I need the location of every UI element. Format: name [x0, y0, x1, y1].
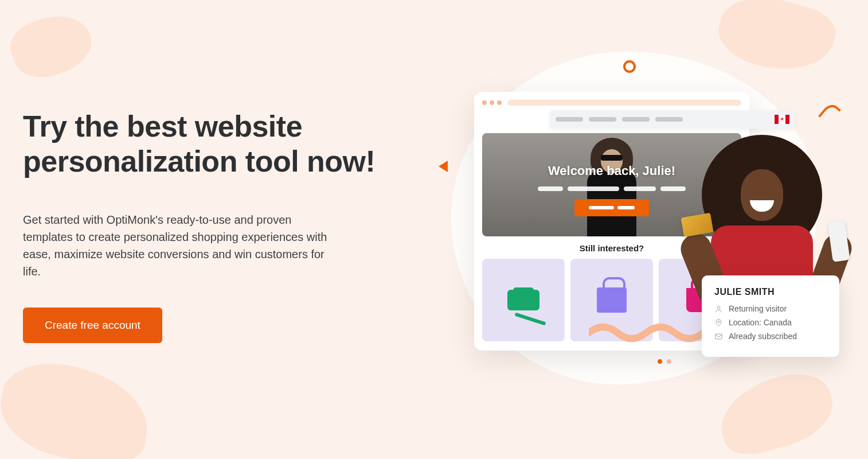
hero-copy: Try the best website personalization too…	[0, 0, 434, 459]
window-dots-icon	[482, 100, 502, 105]
nav-link-placeholder	[622, 117, 650, 122]
triangle-icon	[439, 161, 448, 172]
hero-section: Try the best website personalization too…	[0, 0, 868, 459]
carousel-dot-2[interactable]	[667, 359, 671, 364]
visitor-status-row: Returning visitor	[714, 304, 827, 313]
create-free-account-button[interactable]: Create free account	[23, 308, 162, 343]
carousel-dot-1[interactable]	[658, 359, 662, 364]
address-bar-placeholder	[507, 100, 741, 106]
visitor-subscribed-text: Already subscribed	[729, 332, 797, 341]
squiggle-icon	[818, 101, 841, 125]
envelope-icon	[714, 332, 723, 341]
bag-icon	[597, 287, 627, 313]
canada-flag-icon: ✶	[775, 115, 789, 124]
hero-headline: Try the best website personalization too…	[23, 109, 411, 180]
svg-point-1	[718, 321, 720, 322]
visitor-status-text: Returning visitor	[729, 304, 787, 313]
location-pin-icon	[714, 318, 723, 327]
hero-subhead: Get started with OptiMonk's ready-to-use…	[23, 211, 344, 280]
browser-chrome	[482, 100, 741, 106]
mock-hero-model	[574, 133, 649, 236]
bag-icon	[507, 290, 539, 310]
nav-link-placeholder	[655, 117, 683, 122]
nav-link-placeholder	[556, 117, 583, 122]
mock-cta-button	[574, 199, 649, 216]
visitor-info-card: JULIE SMITH Returning visitor Location: …	[702, 275, 839, 357]
welcome-back-text: Welcome back, Julie!	[548, 164, 675, 178]
visitor-location-text: Location: Canada	[729, 318, 792, 327]
circle-icon	[623, 60, 636, 73]
hero-illustration: ✶ Welcome back, Julie! Still interested?	[434, 0, 868, 459]
svg-rect-2	[715, 334, 722, 339]
svg-point-0	[717, 306, 720, 309]
user-icon	[714, 305, 723, 313]
credit-card-icon	[681, 213, 713, 238]
product-card-green-bag	[482, 259, 565, 341]
mock-subtext-lines	[538, 186, 686, 191]
visitor-location-row: Location: Canada	[714, 318, 827, 327]
visitor-subscribed-row: Already subscribed	[714, 332, 827, 341]
visitor-name: JULIE SMITH	[714, 287, 827, 297]
nav-link-placeholder	[589, 117, 616, 122]
carousel-pagination[interactable]	[658, 359, 671, 364]
site-nav-bar: ✶	[550, 110, 795, 129]
